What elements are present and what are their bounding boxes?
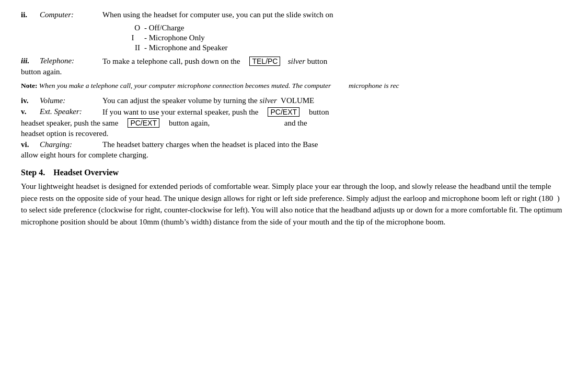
section-vi-label: vi. [21, 140, 36, 149]
section-iii-text2: button again. [21, 67, 62, 76]
code-O: O [125, 24, 140, 32]
code-I: I [125, 33, 140, 42]
note-bold-label: Note: [21, 82, 37, 89]
section-iii-label: iii. [21, 57, 36, 66]
section-vi-text2: allow eight hours for complete charging. [21, 151, 148, 159]
step4-paragraph: Your lightweight headset is designed for… [21, 181, 567, 228]
section-ii-label: ii. [21, 10, 36, 19]
section-v-row1: v. Ext. Speaker: If you want to use your… [21, 107, 567, 117]
section-vi-text1: The headset battery charges when the hea… [102, 140, 318, 149]
section-iii-sublabel: Telephone: [40, 57, 102, 66]
desc-O: - Off/Charge [144, 24, 185, 32]
section-iii-row2: button again. [21, 67, 567, 76]
list-item: I - Microphone Only [125, 33, 567, 42]
section-iv-label: iv. [21, 96, 36, 105]
list-item: O - Off/Charge [125, 24, 567, 32]
pcext-box2: PC/EXT [128, 118, 159, 128]
section-ii-text: When using the headset for computer use,… [102, 10, 333, 19]
code-II: II [125, 43, 140, 52]
section-vi-row1: vi. Charging: The headset battery charge… [21, 140, 567, 149]
section-iv: iv. Volume: You can adjust the speaker v… [21, 96, 567, 105]
section-v-label: v. [21, 107, 36, 117]
section-ii-sublabel: Computer: [40, 10, 102, 19]
section-v-sublabel: Ext. Speaker: [40, 107, 102, 117]
section-ii: ii. Computer: When using the headset for… [21, 10, 567, 19]
section-vi: vi. Charging: The headset battery charge… [21, 140, 567, 160]
section-iv-sublabel: Volume: [40, 96, 102, 105]
section-v: v. Ext. Speaker: If you want to use your… [21, 107, 567, 138]
silver-label: silver [288, 57, 305, 65]
section-v-text2: headset speaker, push the same PC/EXT bu… [21, 118, 307, 128]
section-vi-sublabel: Charging: [40, 140, 102, 149]
desc-I: - Microphone Only [144, 33, 205, 42]
section-iii-text1: To make a telephone call, push down on t… [102, 57, 327, 66]
step4-heading-text: Step 4. Headset Overview [21, 168, 119, 177]
section-v-text1: If you want to use your external speaker… [102, 107, 329, 117]
section-v-row2: headset speaker, push the same PC/EXT bu… [21, 118, 567, 128]
note-italic-text: When you make a telephone call, your com… [39, 82, 399, 89]
note-section: Note: When you make a telephone call, yo… [21, 82, 567, 90]
section-v-row3: headset option is recovered. [21, 129, 567, 138]
desc-II: - Microphone and Speaker [144, 43, 228, 52]
section-iii: iii. Telephone: To make a telephone call… [21, 57, 567, 76]
pcext-box1: PC/EXT [268, 107, 299, 117]
switch-options-list: O - Off/Charge I - Microphone Only II - … [125, 24, 567, 52]
step4-heading: Step 4. Headset Overview [21, 168, 567, 177]
section-v-text3: headset option is recovered. [21, 129, 108, 138]
list-item: II - Microphone and Speaker [125, 43, 567, 52]
document-content: ii. Computer: When using the headset for… [21, 10, 567, 228]
telpc-box: TEL/PC [249, 57, 280, 66]
section-iv-row: iv. Volume: You can adjust the speaker v… [21, 96, 567, 105]
section-iii-row1: iii. Telephone: To make a telephone call… [21, 57, 567, 66]
section-vi-row2: allow eight hours for complete charging. [21, 151, 567, 160]
step4-para-text: Your lightweight headset is designed for… [21, 182, 562, 226]
section-iv-text: You can adjust the speaker volume by tur… [102, 96, 314, 105]
